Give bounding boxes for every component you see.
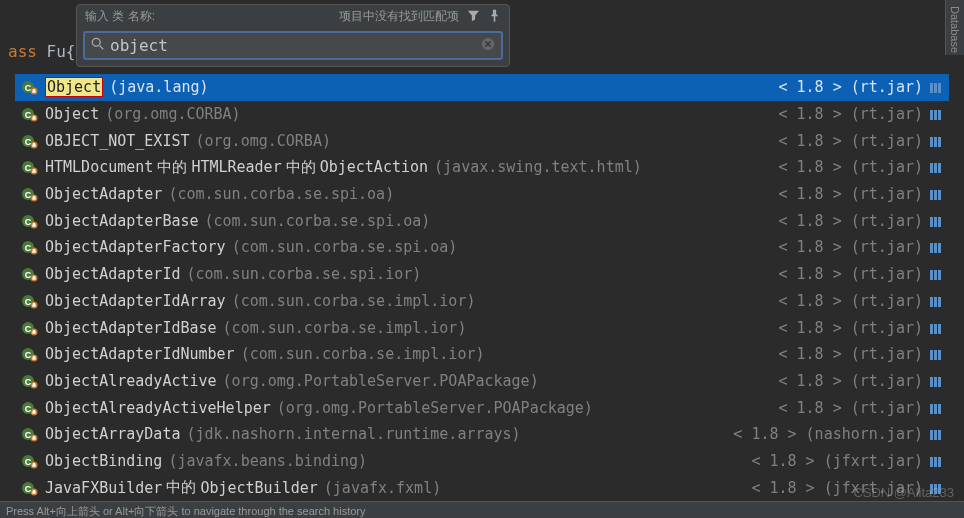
svg-rect-58 <box>938 243 941 253</box>
result-row[interactable]: C ObjectAdapterIdNumber(com.sun.corba.se… <box>15 341 949 368</box>
search-status: 项目中没有找到匹配项 <box>155 8 467 25</box>
svg-rect-112 <box>930 430 933 440</box>
filter-icon[interactable] <box>467 9 480 25</box>
result-name: ObjectAlreadyActiveHelper <box>45 399 271 417</box>
result-name: ObjectAdapterIdNumber <box>45 345 235 363</box>
result-row[interactable]: C ObjectAdapterBase(com.sun.corba.se.spi… <box>15 207 949 234</box>
result-row[interactable]: C JavaFXBuilder 中的 ObjectBuilder(javafx.… <box>15 474 949 500</box>
result-row[interactable]: C ObjectAdapterId(com.sun.corba.se.spi.i… <box>15 261 949 288</box>
result-row[interactable]: C HTMLDocument 中的 HTMLReader 中的 ObjectAc… <box>15 154 949 181</box>
svg-rect-120 <box>930 457 933 467</box>
search-input-container[interactable] <box>83 31 503 60</box>
library-icon <box>929 81 943 93</box>
results-list: C Object(java.lang)< 1.8 > (rt.jar) C Ob… <box>15 74 949 500</box>
svg-rect-114 <box>938 430 941 440</box>
class-icon: C <box>21 186 39 202</box>
svg-point-0 <box>92 38 100 46</box>
watermark: CSDN @Alita233 <box>853 485 954 500</box>
search-label: 输入 类 名称: <box>85 8 155 25</box>
database-tool-tab[interactable]: Database <box>945 0 964 55</box>
class-icon: C <box>21 106 39 122</box>
result-package: (com.sun.corba.se.spi.ior) <box>186 265 421 283</box>
svg-rect-103 <box>32 411 35 413</box>
library-icon <box>929 188 943 200</box>
svg-rect-89 <box>934 350 937 360</box>
library-icon <box>929 455 943 467</box>
result-name: Object <box>45 78 103 96</box>
svg-rect-65 <box>934 270 937 280</box>
result-version: < 1.8 > (rt.jar) <box>779 345 924 363</box>
svg-rect-74 <box>938 297 941 307</box>
result-package: (jdk.nashorn.internal.runtime.arrays) <box>186 425 520 443</box>
svg-rect-113 <box>934 430 937 440</box>
class-icon: C <box>21 320 39 336</box>
svg-rect-79 <box>32 331 35 333</box>
svg-rect-48 <box>930 217 933 227</box>
class-icon: C <box>21 213 39 229</box>
result-package: (org.omg.PortableServer.POAPackage) <box>277 399 593 417</box>
result-version: < 1.8 > (rt.jar) <box>779 78 924 96</box>
result-row[interactable]: C OBJECT_NOT_EXIST(org.omg.CORBA)< 1.8 >… <box>15 127 949 154</box>
result-package: (org.omg.CORBA) <box>196 132 331 150</box>
result-package: (com.sun.corba.se.impl.ior) <box>232 292 476 310</box>
result-name: ObjectAdapterBase <box>45 212 199 230</box>
result-row[interactable]: C ObjectAlreadyActive(org.omg.PortableSe… <box>15 368 949 395</box>
result-name: ObjectBinding <box>45 452 162 470</box>
svg-rect-50 <box>938 217 941 227</box>
svg-rect-39 <box>32 198 35 200</box>
result-row[interactable]: C ObjectArrayData(jdk.nashorn.internal.r… <box>15 421 949 448</box>
pin-icon[interactable] <box>488 9 501 25</box>
svg-rect-56 <box>930 243 933 253</box>
svg-rect-47 <box>32 224 35 226</box>
result-name: ObjectAlreadyActive <box>45 372 217 390</box>
class-icon: C <box>21 266 39 282</box>
library-icon <box>929 268 943 280</box>
search-input[interactable] <box>110 36 481 55</box>
result-name-part: 中的 <box>166 478 196 497</box>
result-package: (javax.swing.text.html) <box>434 158 642 176</box>
result-version: < 1.8 > (rt.jar) <box>779 212 924 230</box>
result-package: (com.sun.corba.se.spi.oa) <box>168 185 394 203</box>
result-package: (com.sun.corba.se.spi.oa) <box>232 238 458 256</box>
result-version: < 1.8 > (jfxrt.jar) <box>751 452 923 470</box>
result-package: (javafx.beans.binding) <box>168 452 367 470</box>
clear-icon[interactable] <box>481 37 495 54</box>
svg-rect-33 <box>934 163 937 173</box>
library-icon <box>929 295 943 307</box>
class-icon: C <box>21 133 39 149</box>
result-version: < 1.8 > (rt.jar) <box>779 399 924 417</box>
footer-hint: Press Alt+向上箭头 or Alt+向下箭头 to navigate t… <box>0 501 964 518</box>
library-icon <box>929 375 943 387</box>
library-icon <box>929 161 943 173</box>
library-icon <box>929 108 943 120</box>
result-package: (javafx.fxml) <box>324 479 441 497</box>
result-row[interactable]: C Object(org.omg.CORBA)< 1.8 > (rt.jar) <box>15 101 949 128</box>
result-row[interactable]: C Object(java.lang)< 1.8 > (rt.jar) <box>15 74 949 101</box>
result-version: < 1.8 > (rt.jar) <box>779 292 924 310</box>
result-row[interactable]: C ObjectAdapterIdArray(com.sun.corba.se.… <box>15 288 949 315</box>
svg-rect-23 <box>32 144 35 146</box>
result-row[interactable]: C ObjectAlreadyActiveHelper(org.omg.Port… <box>15 394 949 421</box>
svg-rect-106 <box>938 404 941 414</box>
result-name: ObjectAdapterId <box>45 265 180 283</box>
svg-rect-127 <box>32 491 35 493</box>
result-row[interactable]: C ObjectAdapterIdBase(com.sun.corba.se.i… <box>15 314 949 341</box>
result-row[interactable]: C ObjectAdapterFactory(com.sun.corba.se.… <box>15 234 949 261</box>
search-class-popup: 输入 类 名称: 项目中没有找到匹配项 <box>76 4 510 67</box>
svg-rect-34 <box>938 163 941 173</box>
svg-rect-31 <box>32 171 35 173</box>
svg-rect-7 <box>32 91 35 93</box>
result-row[interactable]: C ObjectAdapter(com.sun.corba.se.spi.oa)… <box>15 181 949 208</box>
result-row[interactable]: C ObjectBinding(javafx.beans.binding)< 1… <box>15 448 949 475</box>
svg-rect-15 <box>32 118 35 120</box>
result-version: < 1.8 > (rt.jar) <box>779 265 924 283</box>
result-name: ObjectAdapterIdArray <box>45 292 226 310</box>
class-icon: C <box>21 426 39 442</box>
library-icon <box>929 402 943 414</box>
library-icon <box>929 428 943 440</box>
result-name-part: 中的 <box>157 158 187 177</box>
svg-rect-10 <box>938 83 941 93</box>
result-version: < 1.8 > (rt.jar) <box>779 105 924 123</box>
svg-rect-105 <box>934 404 937 414</box>
result-package: (org.omg.PortableServer.POAPackage) <box>223 372 539 390</box>
